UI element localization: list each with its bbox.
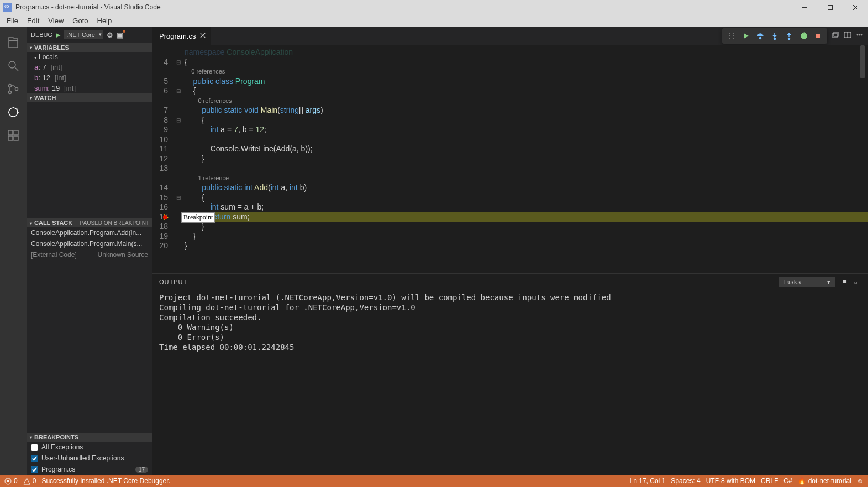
status-project[interactable]: 🔥dot-net-turorial	[798, 477, 851, 485]
step-out-icon[interactable]	[782, 28, 796, 44]
svg-rect-35	[834, 32, 838, 36]
vscode-icon	[3, 3, 12, 12]
variable-row: a: 7 [int]	[27, 62, 152, 72]
current-execution-line: Breakpoint return sum;	[182, 212, 868, 222]
breakpoint-user-exceptions: User-Unhandled Exceptions	[27, 453, 152, 464]
svg-rect-34	[833, 33, 837, 38]
svg-rect-17	[8, 136, 13, 140]
breakpoint-file: Program.cs17	[27, 464, 152, 475]
minimize-button[interactable]	[792, 0, 817, 14]
code-editor[interactable]: 3 4 - 5 6 - 7 8 9 10 11 12 13 - 14 15 16…	[152, 45, 868, 273]
grip-icon[interactable]	[724, 28, 739, 44]
status-eol[interactable]: CRLF	[761, 477, 778, 485]
git-icon[interactable]	[0, 77, 27, 101]
maximize-button[interactable]	[817, 0, 843, 14]
breakpoints-header[interactable]: ▾BREAKPOINTS	[27, 433, 152, 442]
file-stack-icon[interactable]	[832, 31, 839, 41]
clear-output-icon[interactable]: ≣	[839, 279, 850, 286]
svg-point-38	[857, 34, 858, 35]
locals-scope[interactable]: ▾Locals	[27, 52, 152, 62]
feedback-icon[interactable]: ☺	[857, 477, 864, 485]
status-message: Successfully installed .NET Core Debugge…	[41, 477, 170, 485]
gear-icon[interactable]: ⚙	[107, 31, 113, 39]
status-encoding[interactable]: UTF-8 with BOM	[706, 477, 755, 485]
close-button[interactable]	[843, 0, 868, 14]
stack-frame[interactable]: ConsoleApplication.Program.Main(s...	[27, 238, 152, 249]
svg-point-21	[729, 33, 730, 34]
collapse-output-icon[interactable]: ⌄	[850, 279, 861, 286]
status-errors[interactable]: 0	[4, 477, 18, 485]
fold-gutter: ⊟ ⊟ ⊟ ⊟	[175, 45, 182, 273]
stack-frame-external[interactable]: [External Code] Unknown Source	[27, 249, 152, 260]
output-text[interactable]: Project dot-net-turorial (.NETCoreApp,Ve…	[152, 290, 868, 475]
step-over-icon[interactable]	[753, 28, 767, 44]
codelens[interactable]: 0 references	[182, 96, 868, 106]
split-editor-icon[interactable]	[844, 31, 851, 41]
svg-point-22	[729, 35, 730, 36]
svg-point-30	[774, 38, 776, 40]
status-bar: 0 0 Successfully installed .NET Core Deb…	[0, 475, 868, 487]
execution-pointer-icon	[164, 214, 169, 220]
debug-icon[interactable]	[0, 101, 27, 124]
codelens[interactable]: 0 references	[182, 67, 868, 77]
svg-point-6	[9, 85, 12, 87]
variables-header[interactable]: ▾VARIABLES	[27, 43, 152, 52]
codelens[interactable]: 1 reference	[182, 174, 868, 184]
output-panel: OUTPUT Tasks▾ ≣ ⌄ Project dot-net-turori…	[152, 273, 868, 475]
debug-label: DEBUG	[31, 32, 52, 38]
explorer-icon[interactable]	[0, 31, 27, 54]
extensions-icon[interactable]	[0, 124, 27, 147]
variable-row: sum: 19 [int]	[27, 83, 152, 93]
titlebar: Program.cs - dot-net-turorial - Visual S…	[0, 0, 868, 14]
menu-edit[interactable]: Edit	[23, 15, 44, 26]
debug-console-icon[interactable]: ▣	[117, 31, 124, 39]
close-tab-icon[interactable]	[199, 32, 207, 39]
flame-icon: 🔥	[798, 477, 806, 485]
svg-rect-18	[14, 136, 18, 140]
watch-header[interactable]: ▾WATCH	[27, 93, 152, 102]
svg-rect-1	[828, 5, 832, 9]
output-channel-select[interactable]: Tasks▾	[779, 277, 835, 287]
svg-point-32	[788, 38, 790, 40]
watch-body	[27, 102, 152, 218]
menu-view[interactable]: View	[44, 15, 68, 26]
debug-toolbar[interactable]	[722, 28, 827, 44]
menu-file[interactable]: File	[2, 15, 23, 26]
checkbox[interactable]	[31, 455, 38, 462]
svg-point-23	[729, 38, 730, 39]
svg-marker-27	[744, 33, 749, 39]
svg-point-26	[733, 38, 734, 39]
callstack-header[interactable]: ▾CALL STACK PAUSED ON BREAKPOINT	[27, 218, 152, 227]
more-icon[interactable]	[856, 31, 864, 41]
status-spaces[interactable]: Spaces: 4	[671, 477, 700, 485]
svg-point-9	[9, 108, 18, 117]
output-title: OUTPUT	[159, 279, 779, 285]
svg-rect-15	[8, 130, 13, 135]
debug-config-select[interactable]: .NET Core	[64, 30, 103, 39]
stack-frame[interactable]: ConsoleApplication.Program.Add(in...	[27, 227, 152, 238]
tab-program[interactable]: Program.cs	[152, 27, 212, 45]
continue-icon[interactable]	[739, 28, 753, 44]
search-icon[interactable]	[0, 54, 27, 77]
menu-help[interactable]: Help	[93, 15, 117, 26]
breakpoint-all-exceptions: All Exceptions	[27, 442, 152, 453]
menu-goto[interactable]: Goto	[68, 15, 92, 26]
svg-rect-33	[816, 34, 820, 38]
svg-line-5	[15, 67, 18, 71]
svg-point-7	[9, 91, 12, 94]
scrollbar[interactable]	[860, 45, 865, 273]
checkbox[interactable]	[31, 444, 38, 451]
status-language[interactable]: C#	[783, 477, 792, 485]
step-into-icon[interactable]	[767, 28, 782, 44]
status-cursor[interactable]: Ln 17, Col 1	[630, 477, 666, 485]
debug-bar: DEBUG ▶ .NET Core ⚙ ▣	[27, 27, 152, 43]
start-debug-icon[interactable]: ▶	[56, 32, 60, 39]
stop-icon[interactable]	[811, 28, 825, 44]
checkbox[interactable]	[31, 466, 38, 473]
svg-point-8	[15, 88, 18, 91]
svg-point-4	[9, 61, 15, 68]
svg-marker-44	[24, 478, 30, 484]
restart-icon[interactable]	[796, 28, 811, 44]
status-warnings[interactable]: 0	[23, 477, 36, 485]
variable-row: b: 12 [int]	[27, 72, 152, 83]
